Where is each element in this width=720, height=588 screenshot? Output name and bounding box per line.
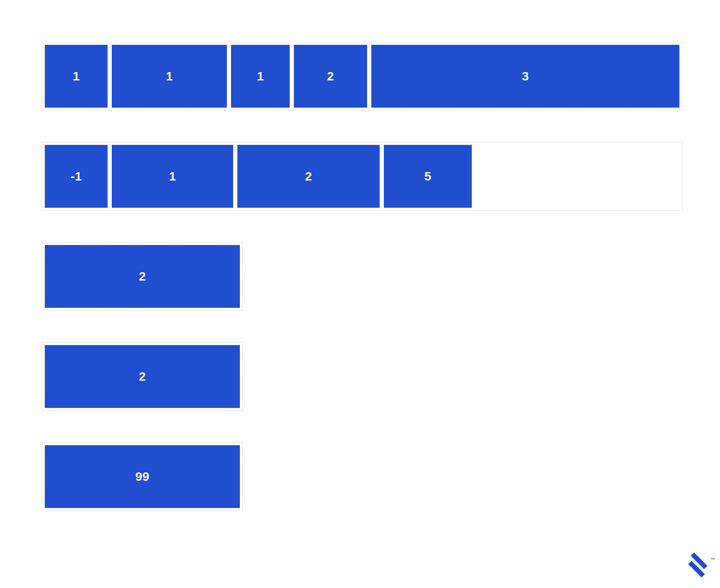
trademark-symbol: ™: [710, 557, 715, 562]
flex-row-3: 2: [42, 242, 243, 311]
toptal-logo-icon: [688, 552, 707, 578]
flex-item: -1: [45, 145, 108, 208]
flex-item: 5: [384, 145, 472, 208]
flex-item: 2: [45, 245, 240, 308]
flex-item: 3: [371, 45, 679, 108]
flex-row-1: 1 1 1 2 3: [42, 42, 682, 111]
flex-item: 2: [45, 345, 240, 408]
flex-item: 1: [112, 45, 227, 108]
flex-grow-diagram: 1 1 1 2 3 -1 1 2 5 2 2 99: [0, 0, 720, 511]
flex-item: 2: [294, 45, 367, 108]
flex-item: 1: [112, 145, 233, 208]
flex-item: 99: [45, 445, 240, 508]
flex-item: 1: [45, 45, 108, 108]
flex-row-4: 2: [42, 342, 243, 411]
flex-item: 1: [231, 45, 290, 108]
flex-row-2: -1 1 2 5: [42, 142, 682, 211]
flex-item: 2: [237, 145, 380, 208]
flex-row-5: 99: [42, 442, 243, 511]
